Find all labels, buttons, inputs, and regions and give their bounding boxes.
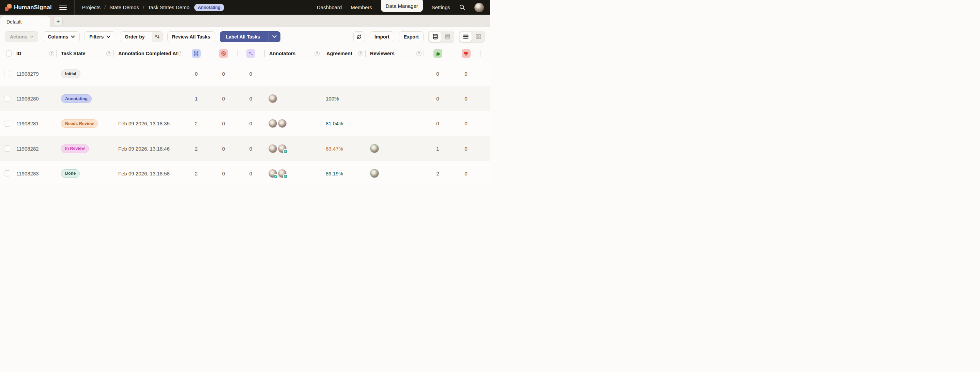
col-annotators[interactable]: Annotators?: [264, 46, 322, 61]
order-by-button[interactable]: Order by: [120, 31, 162, 42]
annotator-avatar[interactable]: [278, 119, 286, 128]
skipped-count: 0: [210, 71, 237, 77]
review-all-tasks-button[interactable]: Review All Tasks: [167, 31, 215, 42]
columns-button[interactable]: Columns: [43, 31, 80, 42]
col-completed-at-label: Annotation Completed At: [118, 51, 178, 56]
nav-data-manager[interactable]: Data Manager: [381, 0, 423, 12]
col-predictions[interactable]: [237, 46, 264, 61]
col-task-state[interactable]: Task State?: [56, 46, 113, 61]
header-nav: Dashboard Members Data Manager Settings: [317, 0, 490, 15]
col-id-label: ID: [16, 51, 21, 56]
export-button[interactable]: Export: [399, 31, 423, 42]
agreement-value: 89.19%: [322, 171, 365, 176]
predictions-count: 0: [237, 146, 264, 152]
breadcrumb-separator: /: [104, 5, 106, 10]
row-height-compact-icon[interactable]: [442, 32, 453, 42]
col-reviewers-label: Reviewers: [370, 51, 395, 56]
actions-label: Actions: [10, 34, 27, 40]
task-state-badge: Needs Review: [61, 119, 98, 128]
col-task-state-label: Task State: [61, 51, 85, 56]
hamburger-menu-icon[interactable]: [59, 5, 67, 10]
reviewer-avatar[interactable]: [370, 144, 379, 153]
row-height-comfort-icon[interactable]: [430, 32, 441, 42]
cancel-icon: [219, 49, 228, 58]
refresh-button[interactable]: [353, 31, 365, 42]
row-checkbox[interactable]: [4, 170, 10, 176]
chevron-down-icon[interactable]: [269, 32, 280, 42]
row-checkbox[interactable]: [4, 96, 10, 102]
humansignal-logo-icon: [5, 4, 11, 11]
col-reviewers[interactable]: Reviewers?: [365, 46, 423, 61]
predictions-count: 0: [237, 121, 264, 126]
annotations-count: 1: [183, 96, 210, 102]
annotator-avatar[interactable]: ✓: [269, 169, 277, 178]
nav-settings[interactable]: Settings: [432, 5, 450, 10]
app-header: HumanSignal Projects / State Demos / Tas…: [0, 0, 490, 15]
humansignal-logo[interactable]: HumanSignal: [5, 4, 52, 11]
annotators-cell: [264, 119, 322, 128]
sort-icon[interactable]: [152, 32, 162, 42]
help-icon[interactable]: ?: [49, 51, 54, 56]
breadcrumb-workspace[interactable]: State Demos: [110, 5, 139, 10]
col-spare: [480, 46, 490, 61]
breadcrumb-separator: /: [143, 5, 144, 10]
filters-label: Filters: [89, 34, 103, 40]
label-all-tasks-button[interactable]: Label All Tasks: [220, 31, 280, 42]
agreement-value: 63.47%: [322, 146, 365, 152]
col-rejected[interactable]: [452, 46, 480, 61]
accepted-count: 0: [423, 96, 452, 102]
annotator-avatar[interactable]: [269, 94, 277, 103]
annotator-avatar[interactable]: [269, 119, 277, 128]
skipped-count: 0: [210, 171, 237, 176]
table-row[interactable]: 11908279 Initial 0 0 0 0 0: [0, 61, 490, 86]
header-divider: [74, 0, 75, 15]
col-agreement[interactable]: Agreement?: [322, 46, 365, 61]
search-icon[interactable]: [459, 4, 466, 11]
row-checkbox[interactable]: [4, 145, 10, 152]
annotator-avatar[interactable]: [269, 145, 277, 153]
help-icon[interactable]: ?: [106, 51, 111, 56]
select-all-checkbox[interactable]: [6, 51, 11, 57]
table-row[interactable]: 11908280 Annotating 1 0 0 100% 0 0: [0, 86, 490, 111]
table-row[interactable]: 11908282 In Review Feb 09 2026, 13:18:46…: [0, 136, 490, 161]
verified-check-icon: ✓: [274, 174, 278, 178]
filters-button[interactable]: Filters: [84, 31, 115, 42]
rejected-count: 0: [452, 121, 480, 126]
task-state-badge: Done: [61, 169, 80, 178]
annotator-avatar[interactable]: ✓: [278, 145, 286, 153]
annotator-avatar[interactable]: ✓: [278, 169, 286, 178]
annotations-count: 2: [183, 171, 210, 176]
tab-default[interactable]: Default: [0, 16, 51, 27]
columns-label: Columns: [48, 34, 68, 40]
nav-dashboard[interactable]: Dashboard: [317, 5, 342, 10]
actions-button[interactable]: Actions: [5, 31, 38, 42]
col-id[interactable]: ID?: [14, 46, 56, 61]
col-skipped[interactable]: [210, 46, 237, 61]
thumb-up-icon: [433, 49, 442, 58]
row-checkbox[interactable]: [4, 71, 10, 77]
breadcrumb-project[interactable]: Task States Demo: [148, 5, 189, 10]
select-all-cell: [0, 46, 14, 61]
row-checkbox[interactable]: [4, 121, 10, 127]
add-tab-button[interactable]: +: [54, 17, 63, 26]
col-annotations[interactable]: [183, 46, 210, 61]
help-icon[interactable]: ?: [358, 51, 363, 56]
table-row[interactable]: 11908281 Needs Review Feb 09 2026, 13:18…: [0, 111, 490, 136]
grid-view-icon[interactable]: [472, 32, 484, 42]
col-accepted[interactable]: [423, 46, 452, 61]
help-icon[interactable]: ?: [315, 51, 320, 56]
breadcrumb-projects[interactable]: Projects: [82, 5, 100, 10]
accepted-count: 2: [423, 171, 452, 176]
import-button[interactable]: Import: [370, 31, 394, 42]
annotators-cell: ✓ ✓: [264, 169, 322, 178]
list-view-icon[interactable]: [460, 32, 472, 42]
export-label: Export: [404, 34, 419, 40]
reviewer-avatar[interactable]: [370, 169, 379, 178]
user-avatar[interactable]: [474, 3, 484, 12]
help-icon[interactable]: ?: [417, 51, 422, 56]
col-agreement-label: Agreement: [326, 51, 352, 56]
col-completed-at[interactable]: Annotation Completed At?: [113, 46, 183, 61]
nav-members[interactable]: Members: [351, 5, 372, 10]
table-row[interactable]: 11908283 Done Feb 09 2026, 13:18:58 2 0 …: [0, 161, 490, 186]
completed-at: Feb 09 2026, 13:18:58: [113, 171, 183, 176]
